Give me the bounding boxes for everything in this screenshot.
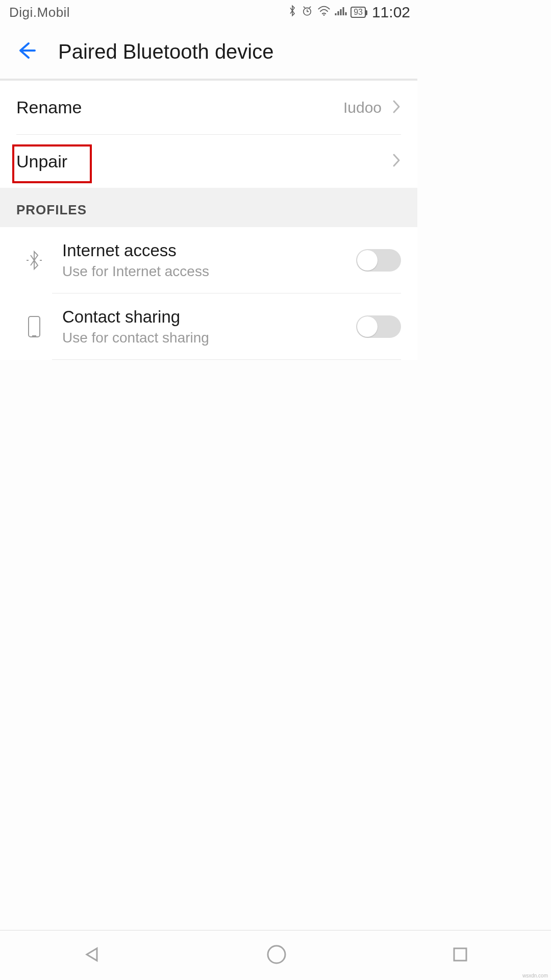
profile-subtitle: Use for contact sharing [62,330,356,346]
profile-title: Internet access [62,241,356,260]
rename-value: Iudoo [343,99,382,116]
wifi-icon [317,5,331,20]
app-header: Paired Bluetooth device [0,24,417,81]
profile-subtitle: Use for Internet access [62,263,356,280]
internet-access-toggle[interactable] [356,249,401,272]
svg-point-1 [323,14,325,16]
signal-icon [334,5,347,20]
profile-title: Contact sharing [62,307,356,327]
profile-internet-access[interactable]: Internet access Use for Internet access [0,227,417,293]
battery-percent: 93 [354,8,363,16]
bluetooth-icon [287,5,297,20]
bluetooth-transfer-icon [16,248,52,273]
clock-label: 11:02 [372,4,410,21]
profile-contact-sharing[interactable]: Contact sharing Use for contact sharing [0,293,417,360]
contact-sharing-toggle[interactable] [356,315,401,338]
status-bar: Digi.Mobil 93 11:02 [0,0,417,24]
unpair-label: Unpair [16,152,383,172]
page-title: Paired Bluetooth device [58,40,274,63]
carrier-label: Digi.Mobil [9,5,70,20]
unpair-row[interactable]: Unpair [0,134,417,188]
svg-rect-2 [29,316,40,337]
back-arrow-icon[interactable] [15,40,36,63]
status-icons: 93 11:02 [287,4,410,21]
rename-label: Rename [16,97,334,117]
chevron-right-icon [392,153,401,170]
alarm-icon [300,5,314,20]
rename-row[interactable]: Rename Iudoo [0,81,417,134]
chevron-right-icon [392,99,401,116]
battery-icon: 93 [350,7,366,18]
profiles-section-header: PROFILES [0,188,417,227]
phone-icon [16,313,52,340]
